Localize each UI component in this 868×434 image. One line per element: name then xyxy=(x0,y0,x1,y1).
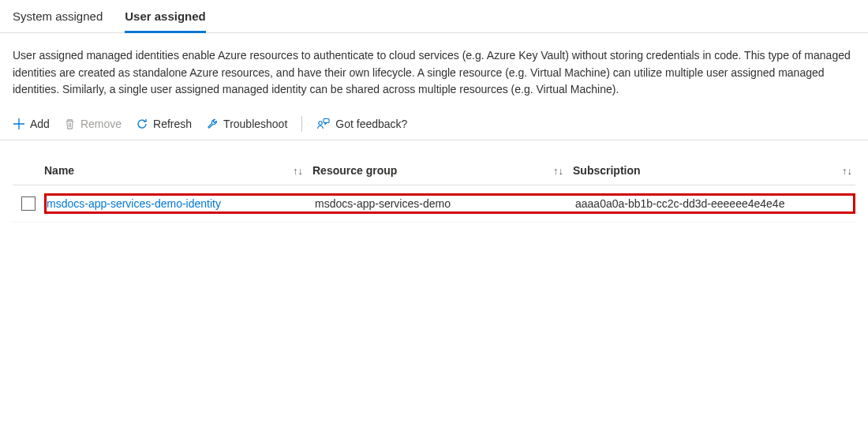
sort-icon[interactable]: ↑↓ xyxy=(293,165,303,177)
remove-label: Remove xyxy=(80,118,122,130)
sort-icon[interactable]: ↑↓ xyxy=(553,165,563,177)
sort-icon[interactable]: ↑↓ xyxy=(842,165,852,177)
toolbar-separator xyxy=(301,116,302,132)
person-feedback-icon xyxy=(316,117,331,131)
identity-subscription: aaaa0a0a-bb1b-cc2c-dd3d-eeeeee4e4e4e xyxy=(575,197,784,210)
column-header-name[interactable]: Name xyxy=(44,164,74,177)
refresh-icon xyxy=(136,118,148,130)
plus-icon xyxy=(13,118,25,130)
svg-rect-1 xyxy=(324,119,329,123)
highlighted-row-content: msdocs-app-services-demo-identity msdocs… xyxy=(44,193,855,214)
column-header-resource-group[interactable]: Resource group xyxy=(312,164,397,177)
tab-user-assigned[interactable]: User assigned xyxy=(125,5,206,33)
column-header-subscription[interactable]: Subscription xyxy=(573,164,641,177)
add-label: Add xyxy=(30,118,50,130)
tabs: System assigned User assigned xyxy=(0,0,868,33)
identity-resource-group: msdocs-app-services-demo xyxy=(315,197,451,210)
remove-button: Remove xyxy=(64,118,122,130)
wrench-icon xyxy=(206,118,219,130)
refresh-label: Refresh xyxy=(153,118,192,130)
feedback-button[interactable]: Got feedback? xyxy=(316,117,407,131)
identity-name-link[interactable]: msdocs-app-services-demo-identity xyxy=(47,197,221,210)
trash-icon xyxy=(64,118,76,130)
refresh-button[interactable]: Refresh xyxy=(136,118,192,130)
toolbar: Add Remove Refresh Troubleshoot Got feed… xyxy=(0,113,868,140)
tab-system-assigned[interactable]: System assigned xyxy=(13,5,103,32)
add-button[interactable]: Add xyxy=(13,118,50,130)
feedback-label: Got feedback? xyxy=(335,118,407,130)
svg-point-0 xyxy=(319,122,322,125)
troubleshoot-label: Troubleshoot xyxy=(223,118,287,130)
identities-table: Name ↑↓ Resource group ↑↓ Subscription ↑… xyxy=(0,140,868,223)
identity-description: User assigned managed identities enable … xyxy=(0,33,868,113)
table-header-row: Name ↑↓ Resource group ↑↓ Subscription ↑… xyxy=(13,156,855,185)
row-checkbox[interactable] xyxy=(21,196,36,211)
table-row[interactable]: msdocs-app-services-demo-identity msdocs… xyxy=(13,185,855,223)
troubleshoot-button[interactable]: Troubleshoot xyxy=(206,118,287,130)
